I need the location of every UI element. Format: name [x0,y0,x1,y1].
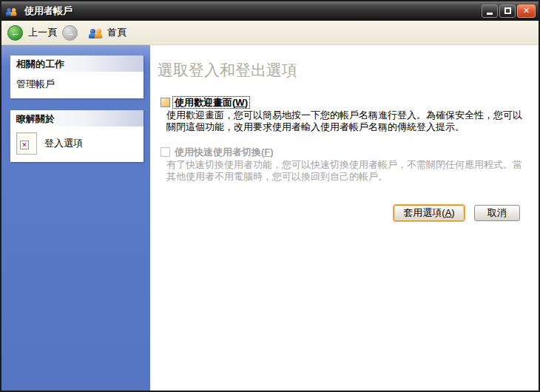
option-welcome-screen: 使用歡迎畫面(W) 使用歡迎畫面，您可以簡易地按一下您的帳戶名稱進行登入。為確保… [161,97,529,133]
welcome-screen-description: 使用歡迎畫面，您可以簡易地按一下您的帳戶名稱進行登入。為確保安全性，您可以關閉這… [166,109,529,133]
learn-about-body: ✕ 登入選項 [10,126,144,162]
forward-icon: → [62,25,78,41]
learn-about-box: 瞭解關於 ✕ 登入選項 [10,110,144,162]
page-title: 選取登入和登出選項 [158,60,529,81]
cancel-button[interactable]: 取消 [474,205,520,221]
title-bar: 使用者帳戶 ✕ [1,1,539,21]
close-button[interactable]: ✕ [517,4,536,18]
sidebar-item-logon-options[interactable]: ✕ 登入選項 [15,131,139,156]
home-button[interactable]: 首頁 [89,26,126,39]
minimize-button[interactable] [482,4,498,18]
broken-image-icon: ✕ [16,132,37,155]
apply-options-button[interactable]: 套用選項(A) [394,205,465,221]
user-accounts-window: 使用者帳戶 ✕ ← 上一頁 → 首頁 相關的工作 管理帳戶 [0,0,540,392]
maximize-button[interactable] [499,4,516,18]
welcome-screen-checkbox[interactable] [161,98,170,107]
user-accounts-icon [6,7,18,16]
window-title: 使用者帳戶 [24,4,482,18]
related-tasks-header: 相關的工作 [10,55,144,72]
option-fast-user-switching: 使用快速使用者切換(F) 有了快速切換使用者功能，您可以快速切換使用者帳戶，不需… [161,146,529,183]
related-tasks-box: 相關的工作 管理帳戶 [10,55,144,98]
fast-user-switching-checkbox [161,147,170,157]
learn-about-header: 瞭解關於 [10,110,144,126]
back-button-label[interactable]: 上一頁 [28,26,57,39]
back-icon[interactable]: ← [7,25,23,41]
action-buttons: 套用選項(A) 取消 [158,205,529,221]
home-button-label: 首頁 [107,26,126,39]
fast-user-switching-description: 有了快速切換使用者功能，您可以快速切換使用者帳戶，不需關閉任何應用程式。當其他使… [166,159,529,183]
fast-user-switching-label: 使用快速使用者切換(F) [173,146,275,158]
main-panel: 選取登入和登出選項 使用歡迎畫面(W) 使用歡迎畫面，您可以簡易地按一下您的帳戶… [150,45,540,391]
related-tasks-body: 管理帳戶 [10,72,144,98]
navigation-toolbar: ← 上一頁 → 首頁 [1,21,539,45]
window-body: 相關的工作 管理帳戶 瞭解關於 ✕ 登入選項 選取登入 [1,45,539,391]
sidebar-item-label: 登入選項 [44,137,83,150]
home-people-icon [89,27,104,38]
sidebar-item-manage-accounts[interactable]: 管理帳戶 [15,76,139,92]
sidebar: 相關的工作 管理帳戶 瞭解關於 ✕ 登入選項 [1,45,150,391]
window-controls: ✕ [482,4,536,18]
welcome-screen-label[interactable]: 使用歡迎畫面(W) [173,97,249,108]
